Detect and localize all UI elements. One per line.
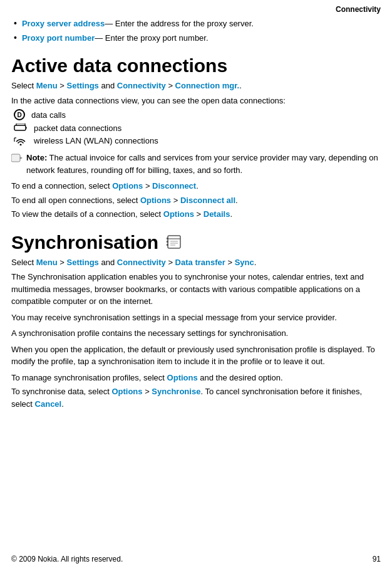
svg-rect-11 <box>167 244 168 246</box>
active-sep1: > <box>58 81 67 90</box>
packet-icon <box>14 123 28 133</box>
page-wrapper: Connectivity Proxy server address — Ente… <box>0 0 392 571</box>
svg-point-2 <box>20 144 22 146</box>
page-footer: © 2009 Nokia. All rights reserved. 91 <box>11 555 381 563</box>
active-connectivity-link: Connectivity <box>117 81 166 90</box>
sync-action2-cmd: Synchronise <box>152 387 200 396</box>
sync-sync-link: Sync <box>235 258 254 267</box>
packet-label: packet data connections <box>34 123 121 133</box>
active-action2-sep: > <box>171 196 180 205</box>
icon-row-wlan: wireless LAN (WLAN) connections <box>14 135 381 145</box>
sync-para1: The Synchronisation application enables … <box>11 271 381 308</box>
active-connmgr-link: Connection mgr. <box>175 81 240 90</box>
sync-action2-sep: > <box>143 387 152 396</box>
note-content: Note: The actual invoice for calls and s… <box>26 152 381 176</box>
sync-connectivity-link: Connectivity <box>117 258 166 267</box>
intro-bullet-list: Proxy server address — Enter the address… <box>11 18 381 44</box>
active-action2: To end all open connections, select Opti… <box>11 194 381 207</box>
sync-and: and <box>99 258 117 267</box>
icon-row-packet: packet data connections <box>14 123 381 133</box>
active-action2-cmd: Disconnect all <box>180 196 235 205</box>
active-action3-cmd: Details <box>204 209 230 219</box>
active-action3-options: Options <box>163 209 194 219</box>
active-action3-prefix: To view the details of a connection, sel… <box>11 209 163 219</box>
footer-copyright: © 2009 Nokia. All rights reserved. <box>11 555 123 563</box>
sync-icon-svg <box>166 235 182 249</box>
packet-icon-svg <box>14 123 28 132</box>
note-box: Note: The actual invoice for calls and s… <box>11 152 381 176</box>
sync-select-line: Select Menu > Settings and Connectivity … <box>11 256 381 269</box>
note-arrow-svg <box>11 153 23 163</box>
sync-title: Synchronisation <box>11 232 158 253</box>
icon-row-data-calls: D data calls <box>14 109 381 120</box>
sync-heading: Synchronisation <box>11 232 381 253</box>
sync-menu-link: Menu <box>36 258 58 267</box>
proxy-port-link: Proxy port number <box>22 33 95 44</box>
svg-rect-7 <box>168 236 180 248</box>
sync-settings-link: Settings <box>67 258 99 267</box>
sync-sep2: > <box>166 258 175 267</box>
proxy-address-text: — Enter the address for the proxy server… <box>105 18 254 29</box>
active-sep2: > <box>166 81 175 90</box>
active-action1-options: Options <box>112 181 143 191</box>
wlan-icon <box>14 135 28 145</box>
active-action3-sep: > <box>194 209 204 219</box>
active-action3: To view the details of a connection, sel… <box>11 208 381 221</box>
active-action3-suffix: . <box>230 209 232 219</box>
sync-select-suffix: . <box>254 258 257 267</box>
sync-action2-options: Options <box>111 387 142 396</box>
active-action1-suffix: . <box>196 181 199 191</box>
sync-select-prefix: Select <box>11 258 36 267</box>
sync-sep1: > <box>58 258 67 267</box>
data-calls-icon: D <box>14 109 25 120</box>
sync-action1: To manage synchronisation profiles, sele… <box>11 372 381 384</box>
sync-para2: You may receive synchronisation settings… <box>11 312 381 324</box>
active-action1: To end a connection, select Options > Di… <box>11 180 381 192</box>
active-settings-link: Settings <box>67 81 99 90</box>
svg-rect-9 <box>167 238 168 239</box>
sync-action2-cancel: Cancel <box>35 399 62 409</box>
svg-marker-6 <box>20 157 23 159</box>
sync-icon <box>166 235 182 249</box>
active-data-select-line: Select Menu > Settings and Connectivity … <box>11 80 381 92</box>
active-and: and <box>99 81 117 90</box>
page-header-title: Connectivity <box>11 5 381 14</box>
proxy-port-text: — Enter the proxy port number. <box>95 33 208 44</box>
active-action2-suffix: . <box>235 196 238 205</box>
active-data-title: Active data connections <box>11 55 227 76</box>
wlan-icon-svg <box>14 135 28 145</box>
note-bold-label: Note: <box>26 153 47 162</box>
active-action2-prefix: To end all open connections, select <box>11 196 140 205</box>
active-data-desc: In the active data connections view, you… <box>11 95 381 107</box>
active-action1-cmd: Disconnect <box>152 181 196 191</box>
svg-rect-10 <box>167 241 168 243</box>
active-select-prefix: Select <box>11 81 36 90</box>
svg-rect-5 <box>11 154 20 162</box>
data-calls-label: data calls <box>31 110 66 120</box>
sync-action2: To synchronise data, select Options > Sy… <box>11 385 381 410</box>
sync-para4: When you open the application, the defau… <box>11 343 381 368</box>
active-action2-options: Options <box>140 196 171 205</box>
bullet-proxy-address: Proxy server address — Enter the address… <box>14 18 381 30</box>
wlan-label: wireless LAN (WLAN) connections <box>34 136 158 145</box>
note-body: The actual invoice for calls and service… <box>26 153 378 175</box>
active-action1-sep: > <box>143 181 152 191</box>
sync-action2-prefix: To synchronise data, select <box>11 387 111 396</box>
proxy-address-link: Proxy server address <box>22 18 105 29</box>
svg-rect-0 <box>14 125 26 130</box>
footer-page-number: 91 <box>373 555 381 563</box>
active-data-heading: Active data connections <box>11 55 381 76</box>
note-arrow-icon <box>11 153 24 165</box>
bullet-proxy-port: Proxy port number — Enter the proxy port… <box>14 32 381 45</box>
sync-datatransfer-link: Data transfer <box>175 258 225 267</box>
active-action1-prefix: To end a connection, select <box>11 181 112 191</box>
sync-action1-options: Options <box>167 373 198 382</box>
active-menu-link: Menu <box>36 81 58 90</box>
sync-action1-prefix: To manage synchronisation profiles, sele… <box>11 373 167 382</box>
active-select-suffix: . <box>239 81 242 90</box>
sync-para3: A synchronisation profile contains the n… <box>11 327 381 340</box>
sync-action2-suffix: . <box>61 399 64 409</box>
sync-sep3: > <box>225 258 235 267</box>
sync-action1-suffix: and the desired option. <box>198 373 283 382</box>
